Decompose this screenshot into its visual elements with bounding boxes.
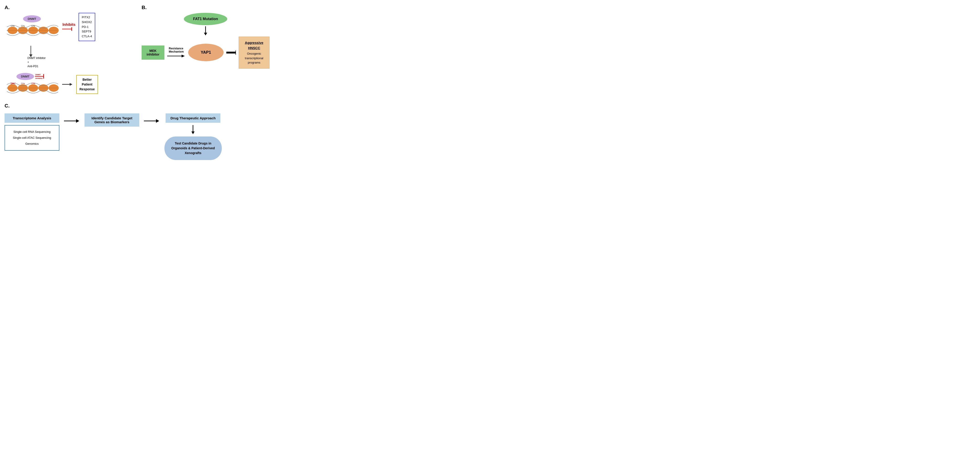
- test-drugs-label: Test Candidate Drugs inOrganoids & Patie…: [171, 142, 215, 155]
- svg-point-20: [28, 85, 38, 92]
- drug-column: Drug Therapeutic Approach Test Candidate…: [164, 113, 222, 160]
- svg-point-5: [49, 27, 59, 34]
- dnmt-inhibitor-svg: DNMT Inhibitor: [35, 73, 48, 80]
- dna-bottom-row: DNMT DNMT Inhibitor: [5, 73, 132, 96]
- panel-a: A. DNMT: [5, 5, 132, 96]
- gene-pitx2: PITX2: [82, 15, 92, 20]
- down-arrow-svg: [27, 46, 34, 57]
- dnmt-inhibitor-group: DNMT DNMT Inhibitor: [16, 73, 48, 80]
- gene-sept9: SEPT9: [82, 29, 92, 34]
- svg-marker-39: [156, 119, 159, 123]
- inhibits-arrow-svg: [62, 27, 76, 31]
- hnscc-title: Aggressive HNSCC: [243, 40, 265, 51]
- gene-pd1: PD-1: [82, 25, 92, 29]
- panel-b-label: B.: [142, 5, 269, 11]
- dnmt-ellipse-bottom: DNMT: [16, 73, 34, 80]
- svg-text:CH₃: CH₃: [31, 82, 35, 85]
- subcell-atac: Single-cell ATAC Sequencing: [10, 135, 54, 141]
- svg-point-4: [38, 27, 48, 34]
- c-arrow-2-svg: [144, 118, 160, 125]
- svg-point-21: [38, 85, 48, 92]
- better-response-text: BetterPatientResponse: [80, 78, 95, 91]
- b-middle-row: MEK inhibitor ResistanceMechanism YAP1: [142, 37, 269, 69]
- c-arrow-1-svg: [64, 118, 80, 125]
- subcell-rna: Single-cell RNA Sequencing: [10, 129, 54, 135]
- c-arrow-2: [144, 118, 160, 125]
- genes-box: PITX2 SHOX2 PD-1 SEPT9 CTLA-4: [79, 13, 95, 41]
- panel-c-flow: Transcriptome Analysis Single-cell RNA S…: [5, 113, 269, 160]
- svg-marker-29: [70, 83, 72, 86]
- subcell-genomics: Genomics: [10, 141, 54, 147]
- svg-text:CH₃: CH₃: [21, 25, 25, 27]
- dnmt-ellipse-top: DNMT: [23, 15, 41, 22]
- inhibits-label: Inhibits: [62, 22, 76, 27]
- identify-header: Identify Candidate TargetGenes as Biomar…: [84, 113, 139, 127]
- gene-ctla4: CTLA-4: [82, 34, 92, 39]
- better-response-box: BetterPatientResponse: [76, 75, 98, 94]
- dna-helix-svg-top: CH₃ CH₃ CH₃: [5, 22, 59, 38]
- panel-c-label: C.: [5, 103, 269, 109]
- b-down-arrow-svg: [202, 26, 209, 35]
- dnmt-dna-group: DNMT: [5, 15, 59, 38]
- svg-marker-31: [204, 33, 207, 35]
- svg-text:CH₃: CH₃: [11, 25, 14, 27]
- svg-point-19: [18, 85, 28, 92]
- dna-helix-svg-bottom: CH₃ CH₃ CH₃: [5, 80, 59, 96]
- bold-right-arrow-svg: [226, 49, 236, 56]
- transcriptome-subcells: Single-cell RNA Sequencing Single-cell A…: [5, 125, 59, 151]
- svg-marker-33: [181, 54, 185, 58]
- drug-header: Drug Therapeutic Approach: [165, 113, 220, 123]
- svg-point-18: [8, 85, 18, 92]
- panel-a-label: A.: [5, 5, 132, 11]
- panel-b: B. FAT1 Mutation MEK inhibitor Resistanc…: [142, 5, 269, 78]
- dnmt-inhibitor-text: DNMT inhibitor + Anti-PD1: [27, 56, 46, 68]
- drug-down-arrow-svg: [189, 125, 196, 134]
- down-arrow-section: DNMT inhibitor + Anti-PD1: [5, 46, 132, 68]
- svg-marker-41: [191, 131, 194, 134]
- svg-text:DNMT: DNMT: [35, 74, 41, 76]
- svg-text:CH₃: CH₃: [21, 82, 25, 85]
- dnmt-dna-group-bottom: DNMT DNMT Inhibitor: [5, 73, 59, 96]
- transcriptome-block: Transcriptome Analysis Single-cell RNA S…: [5, 113, 59, 151]
- hnscc-sub: Oncogenictranscriptionalprograms: [243, 51, 265, 65]
- svg-point-2: [18, 27, 28, 34]
- transcriptome-header: Transcriptome Analysis: [5, 113, 59, 123]
- top-row: A. DNMT: [5, 5, 269, 96]
- svg-point-1: [8, 27, 18, 34]
- test-drugs-ellipse: Test Candidate Drugs inOrganoids & Patie…: [164, 136, 222, 160]
- mek-box: MEK inhibitor: [142, 45, 164, 60]
- resistance-arrow-group: ResistanceMechanism: [167, 47, 185, 58]
- fat1-ellipse: FAT1 Mutation: [184, 13, 227, 25]
- identify-label: Identify Candidate TargetGenes as Biomar…: [92, 116, 132, 124]
- dna-top-row: DNMT: [5, 13, 132, 41]
- main-container: A. DNMT: [5, 5, 269, 160]
- c-arrow-1: [64, 118, 80, 125]
- resistance-label: ResistanceMechanism: [169, 47, 184, 53]
- svg-point-3: [28, 27, 38, 34]
- svg-marker-35: [235, 50, 236, 55]
- svg-point-22: [49, 85, 59, 92]
- hnscc-box: Aggressive HNSCC Oncogenictranscriptiona…: [239, 37, 269, 69]
- resistance-arrow-svg: [167, 54, 185, 58]
- svg-text:CH₃: CH₃: [31, 25, 35, 27]
- inhibits-arrow-group: Inhibits: [62, 22, 76, 31]
- svg-text:Inhibitor: Inhibitor: [35, 77, 43, 79]
- svg-marker-37: [76, 119, 79, 123]
- gene-shox2: SHOX2: [82, 20, 92, 25]
- panel-b-content: FAT1 Mutation MEK inhibitor ResistanceMe…: [142, 13, 269, 69]
- identify-block: Identify Candidate TargetGenes as Biomar…: [84, 113, 139, 127]
- yap1-ellipse: YAP1: [188, 44, 224, 61]
- panel-a-section: DNMT: [5, 13, 132, 96]
- right-arrow-svg: [62, 82, 73, 87]
- panel-c: C. Transcriptome Analysis Single-cell RN…: [5, 103, 269, 160]
